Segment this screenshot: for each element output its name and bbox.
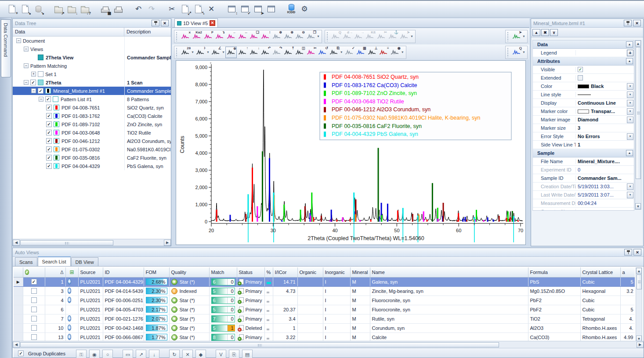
baseline-marks-button[interactable]: ≡ <box>378 47 389 58</box>
structure-link-icon[interactable]: + <box>68 315 71 321</box>
tree-checkbox[interactable]: ✓ <box>46 113 52 119</box>
collapse-section-icon[interactable]: ▲ <box>626 150 633 156</box>
property-row[interactable]: ColorBlack▼ <box>533 82 634 91</box>
property-value[interactable]: 3 <box>578 125 633 131</box>
tree-checkbox[interactable]: ✓ <box>46 155 52 161</box>
property-value[interactable]: Commander Sam... <box>578 175 633 181</box>
scroll-right-icon[interactable]: ▶ <box>637 342 644 348</box>
tree-row[interactable]: ✓PDF 01-083-1762Ca(CO3) Calcite <box>13 112 171 120</box>
property-row[interactable]: Operator Name <box>533 208 634 211</box>
send-to-window-button[interactable]: ⤒ <box>282 47 294 58</box>
tree-row[interactable]: −✓Mineral_Mixture.brml #1Commander Sampl… <box>13 87 171 95</box>
export-folder-button[interactable]: ↗ <box>52 3 65 16</box>
chart-canvas[interactable]: 01,0002,0003,0004,0005,0006,0007,0008,00… <box>176 61 525 245</box>
column-header-status[interactable]: Status <box>237 267 264 277</box>
table-row[interactable]: 6PLU2021PDF 04-005-47032.17%✳Star (*)50+… <box>14 305 635 314</box>
scroll-right-icon[interactable]: ▶ <box>164 240 171 246</box>
column-header-source[interactable]: Source <box>78 267 103 277</box>
column-header-id[interactable]: ID <box>103 267 144 277</box>
subtract-scan-icon[interactable]: ⊖ <box>293 31 305 42</box>
smooth-curve-icon[interactable]: ↴ <box>213 31 225 42</box>
row-checkbox[interactable] <box>31 316 37 321</box>
property-checkbox[interactable]: ✓ <box>578 67 583 72</box>
chevron-down-icon[interactable]: ▼ <box>627 117 633 123</box>
tree-row[interactable]: −Pattern Matching <box>13 62 171 70</box>
new-entry-button[interactable]: ▭ <box>123 350 133 358</box>
property-row[interactable]: Marker colorTranspar...▼ <box>533 107 634 116</box>
toolbar-overflow-icon[interactable]: ▼ <box>522 51 525 54</box>
more-options-dropdown[interactable]: ∨ <box>550 29 558 36</box>
property-row[interactable]: File NameMineral_Mixture.... <box>533 157 634 166</box>
scroll-up-icon[interactable]: ▲ <box>636 268 642 274</box>
property-value[interactable]: Diamond <box>578 117 627 122</box>
column-header-a[interactable]: a <box>620 267 635 277</box>
tree-row[interactable]: ✓PDF 01-075-0302Na0.5981K0.4019Cl <box>13 145 171 153</box>
xrd-chart[interactable]: 01,0002,0003,0004,0005,0006,0007,0008,00… <box>176 60 526 245</box>
tree-checkbox[interactable]: ✓ <box>45 96 51 102</box>
data-command-tab[interactable]: Data Command <box>1 19 11 77</box>
tab-search-list[interactable]: Search List <box>38 256 71 266</box>
row-checkbox[interactable] <box>31 307 37 312</box>
column-header-iicor[interactable]: I/ICor <box>273 267 297 277</box>
dropdown-arrow-icon[interactable]: ▼ <box>206 51 210 54</box>
tab-1d-view[interactable]: 1D View #5 ✕ <box>174 18 218 27</box>
column-header-pct[interactable]: % <box>264 267 273 277</box>
collapse-icon[interactable]: − <box>39 97 43 102</box>
property-row[interactable]: Creation Date/Ti5/19/2011 3:03...▼ <box>533 183 634 191</box>
collapse-icon[interactable]: − <box>24 47 29 51</box>
close-icon[interactable]: ✕ <box>633 20 641 26</box>
add-legend-icon[interactable]: + <box>627 50 633 56</box>
property-value[interactable]: 5/19/2011 3:07... <box>578 192 627 197</box>
close-tab-icon[interactable]: ✕ <box>210 20 215 26</box>
refresh-list-button[interactable]: ↻ <box>169 350 180 358</box>
column-header-checked[interactable]: ✓ <box>23 267 45 277</box>
merge-scans-icon[interactable]: ⊕ <box>271 31 282 42</box>
new-document-button[interactable]: + <box>5 3 18 16</box>
copy-entry-button[interactable]: ⎘ <box>229 350 239 358</box>
tree-row[interactable]: ✓PDF 01-089-7102ZnO Zincite, syn <box>13 120 171 128</box>
tree-checkbox[interactable]: ✓ <box>46 146 52 152</box>
preview-entry-button[interactable]: ◉ <box>89 350 100 358</box>
toolbar-overflow-icon[interactable]: ▼ <box>522 35 525 38</box>
scroll-left-icon[interactable]: ◀ <box>13 240 20 246</box>
property-row[interactable]: Last Write Date/5/19/2011 3:07...▼ <box>533 191 634 199</box>
tree-checkbox[interactable]: ✓ <box>46 138 52 144</box>
column-header-sel[interactable] <box>14 267 23 277</box>
column-header-formula[interactable]: Formula <box>528 267 580 277</box>
window-scan-button[interactable]: ↕ <box>225 3 238 16</box>
structure-link-icon[interactable]: + <box>68 297 71 303</box>
section-header-sample[interactable]: Sample▲ <box>533 149 634 157</box>
property-row[interactable]: Visible✓ <box>533 66 634 74</box>
structure-link-icon[interactable]: + <box>68 278 71 285</box>
column-header-mineral[interactable]: Mineral <box>350 267 370 277</box>
expand-icon[interactable]: + <box>31 72 36 77</box>
collapse-section-icon[interactable]: ▲ <box>626 58 633 64</box>
property-row[interactable]: Marker size3 <box>533 124 634 132</box>
row-checkbox[interactable]: ✓ <box>31 279 37 285</box>
restore-range-button[interactable]: ↺ <box>317 47 328 58</box>
collapse-section-icon[interactable]: ▲ <box>626 41 633 47</box>
tree-row[interactable]: −Views <box>13 45 171 53</box>
structure-link-icon[interactable]: + <box>68 334 71 340</box>
section-header-data[interactable]: Data▲ <box>533 40 634 49</box>
chevron-down-icon[interactable]: ▼ <box>627 183 633 190</box>
property-row[interactable]: Side View Line Th1 <box>533 141 634 149</box>
table-row[interactable]: 4+PLU2021PDF 00-006-02512.30%✳Star (*)60… <box>14 296 635 305</box>
structure-link-icon[interactable]: + <box>68 288 71 294</box>
unzoom-vertical-button[interactable]: ↑ <box>237 47 248 58</box>
table-vscrollbar[interactable]: ▲ ▼ <box>636 267 642 342</box>
description-column-header[interactable]: Description <box>124 28 171 36</box>
validate-entry-button[interactable]: V <box>216 350 226 358</box>
property-row[interactable]: Line style▼ <box>533 91 634 99</box>
chevron-down-icon[interactable]: ▼ <box>627 192 633 198</box>
structure-link-icon[interactable]: + <box>68 325 71 331</box>
visibility-button[interactable]: ◉ <box>389 47 401 58</box>
property-checkbox[interactable] <box>578 75 583 80</box>
table-hscrollbar[interactable]: ◀ ▶ <box>13 341 644 348</box>
remove-background-icon[interactable]: x <box>179 31 191 42</box>
peak-marks-button[interactable]: ⊥ <box>366 47 378 58</box>
column-header-quality[interactable]: Quality <box>169 267 209 277</box>
remove-range-button[interactable]: ✂ <box>305 47 317 58</box>
data-column-header[interactable]: Data <box>13 28 124 36</box>
toolbar-overflow-icon[interactable]: ▼ <box>410 35 413 38</box>
